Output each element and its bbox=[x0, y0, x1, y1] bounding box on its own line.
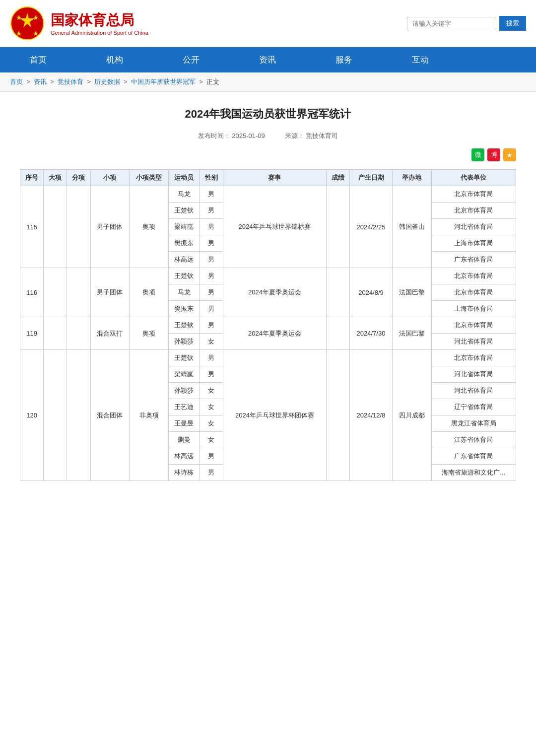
cell-seq: 116 bbox=[20, 268, 44, 317]
cell-date: 2024/2/25 bbox=[350, 186, 393, 268]
logo-text: 国家体育总局 General Administration of Sport o… bbox=[51, 11, 148, 36]
th-unit: 代表单位 bbox=[431, 170, 516, 186]
cell-fenxiang bbox=[67, 268, 90, 317]
cell-leixing: 奥项 bbox=[130, 268, 169, 317]
table-row: 115男子团体奥项马龙男2024年乒乓球世界锦标赛2024/2/25韩国釜山北京… bbox=[20, 186, 516, 203]
cell-xiaoxiang: 男子团体 bbox=[90, 186, 130, 268]
publish-info: 发布时间： 2025-01-09 bbox=[198, 132, 265, 140]
cell-venue: 法国巴黎 bbox=[392, 317, 431, 350]
cell-date: 2024/12/8 bbox=[350, 350, 393, 481]
cell-athlete: 孙颖莎 bbox=[168, 334, 200, 350]
cell-athlete: 孙颖莎 bbox=[168, 383, 200, 399]
breadcrumb-home[interactable]: 首页 bbox=[10, 78, 23, 85]
source-info: 来源： 竞技体育司 bbox=[285, 132, 338, 140]
th-xiaoxiang: 小项 bbox=[90, 170, 130, 186]
cell-seq: 120 bbox=[20, 350, 44, 481]
th-leixing: 小项类型 bbox=[130, 170, 169, 186]
cell-athlete: 王曼昱 bbox=[168, 415, 200, 432]
cell-unit: 上海市体育局 bbox=[431, 235, 516, 252]
cell-event: 2024年夏季奥运会 bbox=[223, 317, 326, 350]
cell-athlete: 樊振东 bbox=[168, 235, 200, 252]
search-input[interactable] bbox=[407, 17, 496, 30]
breadcrumb-sport[interactable]: 竞技体育 bbox=[58, 78, 83, 85]
cell-gender: 男 bbox=[200, 268, 223, 284]
cell-result bbox=[326, 350, 349, 481]
th-athlete: 运动员 bbox=[168, 170, 200, 186]
cell-gender: 男 bbox=[200, 366, 223, 383]
cell-gender: 男 bbox=[200, 219, 223, 235]
cell-unit: 北京市体育局 bbox=[431, 317, 516, 334]
nav-service[interactable]: 服务 bbox=[306, 47, 382, 72]
favorite-icon[interactable]: ★ bbox=[503, 148, 516, 161]
breadcrumb-champions[interactable]: 中国历年所获世界冠军 bbox=[131, 78, 196, 85]
article-title: 2024年我国运动员获世界冠军统计 bbox=[20, 107, 516, 122]
cell-athlete: 梁靖崑 bbox=[168, 366, 200, 383]
cell-xiaoxiang: 混合双打 bbox=[90, 317, 130, 350]
cell-gender: 男 bbox=[200, 186, 223, 203]
cell-unit: 河北省体育局 bbox=[431, 383, 516, 399]
cell-athlete: 王艺迪 bbox=[168, 399, 200, 415]
th-daxiang: 大项 bbox=[44, 170, 67, 186]
article-meta: 发布时间： 2025-01-09 来源： 竞技体育司 bbox=[20, 132, 516, 140]
logo-en: General Administration of Sport of China bbox=[51, 30, 148, 36]
cell-date: 2024/7/30 bbox=[350, 317, 393, 350]
cell-athlete: 删曼 bbox=[168, 432, 200, 448]
cell-athlete: 王楚钦 bbox=[168, 268, 200, 284]
cell-event: 2024年乒乓球世界杯团体赛 bbox=[223, 350, 326, 481]
cell-leixing: 非奥项 bbox=[130, 350, 169, 481]
cell-daxiang bbox=[44, 186, 67, 268]
cell-gender: 男 bbox=[200, 317, 223, 334]
nav-interaction[interactable]: 互动 bbox=[382, 47, 459, 72]
search-area: 搜索 bbox=[407, 16, 526, 31]
nav-open[interactable]: 公开 bbox=[153, 47, 229, 72]
content-area: 2024年我国运动员获世界冠军统计 发布时间： 2025-01-09 来源： 竞… bbox=[0, 92, 536, 496]
publish-label: 发布时间： bbox=[198, 132, 230, 139]
search-button[interactable]: 搜索 bbox=[499, 16, 526, 31]
th-fenxiang: 分项 bbox=[67, 170, 90, 186]
cell-athlete: 王楚钦 bbox=[168, 317, 200, 334]
weibo-share-icon[interactable]: 博 bbox=[487, 148, 500, 161]
cell-athlete: 王楚钦 bbox=[168, 203, 200, 219]
cell-unit: 黑龙江省体育局 bbox=[431, 415, 516, 432]
cell-athlete: 王楚钦 bbox=[168, 350, 200, 366]
wechat-share-icon[interactable]: 微 bbox=[471, 148, 484, 161]
cell-gender: 男 bbox=[200, 465, 223, 481]
th-gender: 性别 bbox=[200, 170, 223, 186]
cell-gender: 男 bbox=[200, 448, 223, 465]
cell-gender: 女 bbox=[200, 383, 223, 399]
cell-athlete: 林诗栋 bbox=[168, 465, 200, 481]
breadcrumb-news[interactable]: 资讯 bbox=[34, 78, 47, 85]
cell-unit: 广东省体育局 bbox=[431, 252, 516, 268]
table-header-row: 序号 大项 分项 小项 小项类型 运动员 性别 赛事 成绩 产生日期 举办地 代… bbox=[20, 170, 516, 186]
table-row: 116男子团体奥项王楚钦男2024年夏季奥运会2024/8/9法国巴黎北京市体育… bbox=[20, 268, 516, 284]
cell-unit: 上海市体育局 bbox=[431, 301, 516, 317]
logo-cn: 国家体育总局 bbox=[51, 11, 148, 30]
cell-gender: 男 bbox=[200, 301, 223, 317]
cell-unit: 辽宁省体育局 bbox=[431, 399, 516, 415]
cell-athlete: 梁靖崑 bbox=[168, 219, 200, 235]
nav-news[interactable]: 资讯 bbox=[229, 47, 306, 72]
cell-result bbox=[326, 317, 349, 350]
cell-unit: 北京市体育局 bbox=[431, 268, 516, 284]
cell-gender: 男 bbox=[200, 252, 223, 268]
cell-result bbox=[326, 186, 349, 268]
source-label: 来源： bbox=[285, 132, 304, 139]
breadcrumb-history[interactable]: 历史数据 bbox=[94, 78, 120, 85]
cell-venue: 四川成都 bbox=[392, 350, 431, 481]
cell-seq: 115 bbox=[20, 186, 44, 268]
cell-gender: 男 bbox=[200, 203, 223, 219]
cell-fenxiang bbox=[67, 186, 90, 268]
cell-athlete: 樊振东 bbox=[168, 301, 200, 317]
data-table-wrap: 序号 大项 分项 小项 小项类型 运动员 性别 赛事 成绩 产生日期 举办地 代… bbox=[20, 169, 516, 481]
cell-unit: 河北省体育局 bbox=[431, 219, 516, 235]
nav-organization[interactable]: 机构 bbox=[76, 47, 153, 72]
cell-event: 2024年乒乓球世界锦标赛 bbox=[223, 186, 326, 268]
cell-unit: 北京市体育局 bbox=[431, 186, 516, 203]
cell-gender: 男 bbox=[200, 350, 223, 366]
cell-xiaoxiang: 男子团体 bbox=[90, 268, 130, 317]
breadcrumb-current: 正文 bbox=[206, 78, 219, 85]
cell-fenxiang bbox=[67, 317, 90, 350]
table-row: 119混合双打奥项王楚钦男2024年夏季奥运会2024/7/30法国巴黎北京市体… bbox=[20, 317, 516, 334]
cell-gender: 女 bbox=[200, 334, 223, 350]
nav-home[interactable]: 首页 bbox=[0, 47, 76, 72]
